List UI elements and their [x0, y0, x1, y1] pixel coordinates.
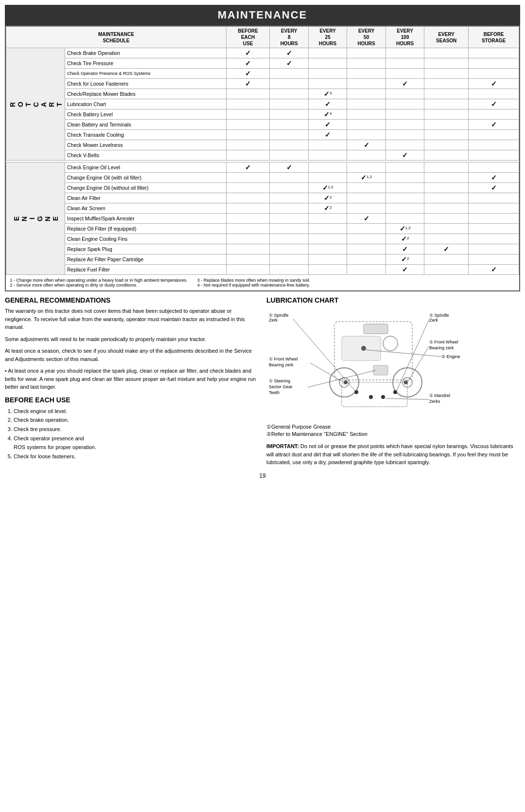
svg-text:① Spindle: ① Spindle: [429, 313, 449, 318]
table-row: Check Mower Levelness ✓: [6, 140, 519, 150]
table-row: ENGINE Check Engine Oil Level ✓ ✓: [6, 162, 519, 173]
page-number: 19: [5, 472, 520, 479]
lub-chart-heading: LUBRICATION CHART: [266, 296, 520, 304]
table-row: Inspect Muffler/Spark Arrester ✓: [6, 214, 519, 224]
task-muffler: Inspect Muffler/Spark Arrester: [65, 214, 227, 224]
footnote-2: 2 - Service more often when operating in…: [10, 283, 188, 288]
task-fuel-filter: Replace Fuel Filter: [65, 265, 227, 275]
check-brake-25: [308, 48, 347, 58]
footnote-1: 1 - Change more often when operating und…: [10, 278, 188, 283]
svg-line-32: [407, 346, 429, 382]
col-every-50: EVERY50HOURS: [347, 27, 385, 48]
svg-point-9: [354, 390, 358, 394]
list-item: Check operator presence andROS systems f…: [14, 434, 259, 452]
svg-point-11: [344, 380, 348, 384]
svg-text:Bearing zerk: Bearing zerk: [269, 362, 294, 367]
important-label: IMPORTANT:: [266, 443, 299, 449]
table-row: Replace Air Filter Paper Cartridge ✓2: [6, 254, 519, 265]
svg-text:Sector Gear: Sector Gear: [269, 384, 293, 389]
table-row: TRACTOR Check Brake Operation ✓ ✓: [6, 48, 519, 58]
table-row: Change Engine Oil (with oil filter) ✓1,2…: [6, 173, 519, 183]
schedule-title: MAINTENANCESCHEDULE: [6, 27, 227, 48]
footnote-4: 4 - Not required if equipped with mainte…: [197, 283, 311, 288]
table-row: Replace Fuel Filter ✓ ✓: [6, 265, 519, 275]
table-row: Check Operator Presence & ROS Systems ✓: [6, 69, 519, 79]
table-row: Replace Spark Plug ✓ ✓: [6, 244, 519, 254]
task-vbelts: Check V-Belts: [65, 150, 227, 161]
general-rec-para1: The warranty on this tractor does not co…: [5, 307, 259, 331]
table-row: Check Battery Level ✓4: [6, 109, 519, 120]
table-row: Check Tire Pressure ✓ ✓: [6, 58, 519, 69]
lub-footnote-2: ②Refer to Maintenance "ENGINE" Section: [266, 431, 520, 437]
svg-text:① Front Wheel: ① Front Wheel: [429, 340, 458, 344]
task-check-tire: Check Tire Pressure: [65, 58, 227, 69]
footnotes-container: 1 - Change more often when operating und…: [10, 278, 515, 288]
maintenance-title: MAINTENANCE: [5, 5, 520, 25]
check-brake-before: ✓: [226, 48, 270, 58]
bottom-section: GENERAL RECOMMENDATIONS The warranty on …: [5, 296, 520, 467]
engine-section-label: ENGINE: [6, 162, 65, 275]
important-section: IMPORTANT: Do not oil or grease the pivo…: [266, 442, 520, 467]
task-change-oil-no-filter: Change Engine Oil (without oil filter): [65, 183, 227, 193]
list-item: Check brake operation.: [14, 415, 259, 425]
table-row: Clean Engine Cooling Fins ✓2: [6, 234, 519, 244]
maintenance-schedule-table: MAINTENANCESCHEDULE BEFOREEACHUSE EVERY8…: [6, 26, 519, 290]
svg-text:Zerk: Zerk: [429, 318, 438, 323]
general-rec-para3: At least once a season, check to see if …: [5, 347, 259, 363]
task-battery-level: Check Battery Level: [65, 109, 227, 120]
task-clean-air-screen: Clean Air Screen: [65, 203, 227, 214]
before-each-use-list: Check engine oil level. Check brake oper…: [5, 407, 259, 461]
svg-text:① Mandrel: ① Mandrel: [429, 393, 450, 398]
general-rec-para2: Some adjustments will need to be made pe…: [5, 335, 259, 343]
lub-diagram-container: ① Spindle Zerk ① Front Wheel Bearing zer…: [266, 307, 520, 420]
lub-footnote-1: ①General Purpose Grease: [266, 424, 520, 430]
svg-point-14: [369, 395, 373, 399]
task-loose-fasteners: Check for Loose Fasteners: [65, 79, 227, 89]
svg-text:Zerk: Zerk: [269, 318, 278, 323]
task-clean-battery: Clean Battery and Terminals: [65, 120, 227, 130]
svg-point-13: [361, 346, 366, 351]
svg-point-10: [393, 390, 397, 394]
footnotes-right: 3 - Replace blades more often when mowin…: [197, 278, 311, 288]
svg-line-26: [308, 370, 376, 387]
svg-text:① Steering: ① Steering: [269, 379, 290, 383]
table-row: Replace Oil Filter (If equipped) ✓1,2: [6, 224, 519, 234]
check-brake-100: [385, 48, 424, 58]
check-brake-season: [424, 48, 469, 58]
col-before-each-use: BEFOREEACHUSE: [226, 27, 270, 48]
list-item: Check for loose fasteners.: [14, 452, 259, 461]
svg-text:Teeth: Teeth: [269, 390, 280, 395]
footnotes-left: 1 - Change more often when operating und…: [10, 278, 188, 288]
footnotes-row: 1 - Change more often when operating und…: [6, 275, 519, 291]
task-clean-air-filter: Clean Air Filter: [65, 193, 227, 203]
check-brake-50: [347, 48, 385, 58]
task-mower-level: Check Mower Levelness: [65, 140, 227, 150]
tractor-section-label: TRACTOR: [6, 48, 65, 161]
before-each-use-section: BEFORE EACH USE Check engine oil level. …: [5, 396, 259, 461]
task-lubrication: Lubrication Chart: [65, 99, 227, 109]
table-row: Change Engine Oil (without oil filter) ✓…: [6, 183, 519, 193]
lub-chart-svg: ① Spindle Zerk ① Front Wheel Bearing zer…: [266, 307, 475, 419]
footnote-3: 3 - Replace blades more often when mowin…: [197, 278, 311, 283]
table-row: Check V-Belts ✓: [6, 150, 519, 161]
svg-text:① Front Wheel: ① Front Wheel: [269, 357, 298, 361]
svg-text:① Spindle: ① Spindle: [269, 313, 289, 318]
task-check-brake: Check Brake Operation: [65, 48, 227, 58]
svg-text:Bearing zerk: Bearing zerk: [429, 345, 454, 350]
table-row: Check/Replace Mower Blades ✓3: [6, 89, 519, 99]
task-check-operator: Check Operator Presence & ROS Systems: [65, 69, 227, 79]
svg-text:② Engine: ② Engine: [441, 354, 460, 359]
task-change-oil-filter: Change Engine Oil (with oil filter): [65, 173, 227, 183]
task-oil-filter: Replace Oil Filter (If equipped): [65, 224, 227, 234]
table-row: Check Transaxle Cooling ✓: [6, 130, 519, 140]
task-spark-plug: Replace Spark Plug: [65, 244, 227, 254]
svg-point-12: [404, 380, 408, 384]
check-brake-8: ✓: [270, 48, 308, 58]
svg-point-15: [381, 395, 385, 399]
general-rec-para4: • At least once a year you should replac…: [5, 367, 259, 391]
left-column: GENERAL RECOMMENDATIONS The warranty on …: [5, 296, 259, 467]
table-row: Lubrication Chart ✓ ✓: [6, 99, 519, 109]
important-body: Do not oil or grease the pivot points wh…: [266, 443, 513, 465]
right-column: LUBRICATION CHART: [266, 296, 520, 467]
task-cooling-fins: Clean Engine Cooling Fins: [65, 234, 227, 244]
